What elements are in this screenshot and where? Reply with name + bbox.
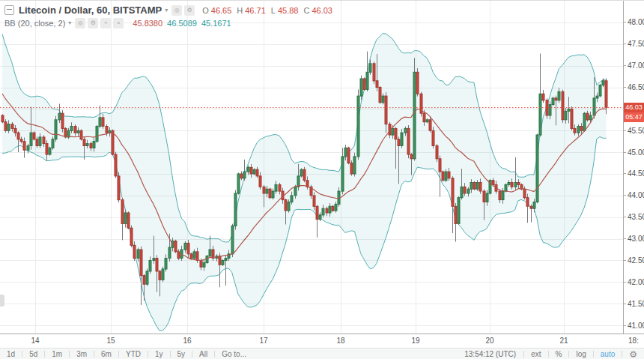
price-tick-label: 43.50 <box>624 213 644 221</box>
collapse-legend-icon[interactable] <box>4 5 14 15</box>
range-button-5y[interactable]: 5y <box>171 350 192 358</box>
price-tick-label: 45.00 <box>624 148 644 157</box>
price-tick-label: 44.00 <box>624 191 644 199</box>
time-tick-label: 18 <box>336 337 344 345</box>
gear-icon[interactable]: ⚙ <box>184 5 195 16</box>
high-value: 46.71 <box>245 6 266 15</box>
eye-icon[interactable]: ◎ <box>75 18 85 28</box>
price-tick-label: 44.50 <box>624 169 644 178</box>
time-tick-label: 21 <box>559 337 568 345</box>
close-label: C <box>303 6 309 15</box>
bollinger-values: 45.8380 46.5089 45.1671 <box>128 19 231 28</box>
open-label: O <box>202 6 209 15</box>
range-button-ytd[interactable]: YTD <box>119 350 148 358</box>
close-icon[interactable]: × <box>113 18 124 28</box>
low-label: L <box>271 6 276 15</box>
open-value: 46.65 <box>211 6 232 15</box>
price-tick-label: 42.50 <box>624 256 644 265</box>
time-tick-label: 19 <box>411 337 419 345</box>
range-button-3m[interactable]: 3m <box>70 350 94 358</box>
bollinger-upper-value: 46.5089 <box>167 19 197 28</box>
low-value: 45.88 <box>278 6 299 15</box>
range-button-1d[interactable]: 1d <box>0 350 22 358</box>
high-label: H <box>237 6 243 15</box>
log-scale-toggle[interactable]: log <box>569 350 592 358</box>
price-tick-label: 41.00 <box>624 322 644 330</box>
price-tick-label: 45.50 <box>624 127 644 135</box>
eye-icon[interactable]: ◎ <box>171 5 182 16</box>
time-tick-label: 20 <box>485 337 493 345</box>
price-axis[interactable]: 46.03 05:47 48.0047.5047.0046.5046.0045.… <box>623 1 644 334</box>
range-button-all[interactable]: All <box>192 350 214 358</box>
range-button-1y[interactable]: 1y <box>148 350 170 358</box>
time-tick-label: 18: <box>628 337 639 345</box>
time-tick-label: 14 <box>31 337 39 345</box>
extended-hours-toggle[interactable]: ext <box>524 350 547 358</box>
symbol-row: Litecoin / Dollar, 60, BITSTAMP ▾ ◎ ⚙ O … <box>4 4 332 16</box>
add-icon[interactable]: + <box>100 18 111 28</box>
chevron-down-icon[interactable]: ▾ <box>68 19 71 26</box>
time-tick-label: 16 <box>183 337 191 345</box>
percent-scale-toggle[interactable]: % <box>549 350 569 358</box>
range-button-1m[interactable]: 1m <box>45 350 69 358</box>
ohlc-readout: O 46.65 H 46.71 L 45.88 C 46.03 <box>202 6 332 15</box>
time-tick-label: 17 <box>259 337 267 345</box>
price-tick-label: 43.00 <box>624 235 644 243</box>
goto-button[interactable]: Go to... <box>215 350 253 358</box>
bottom-toolbar: 1d 5d 1m 3m 6m YTD 1y 5y All Go to... 13… <box>0 348 644 359</box>
price-tick-label: 47.50 <box>624 40 644 48</box>
bar-countdown-badge: 05:47 <box>624 112 644 122</box>
price-chart-canvas[interactable] <box>0 1 623 334</box>
chart-legend: Litecoin / Dollar, 60, BITSTAMP ▾ ◎ ⚙ O … <box>4 4 332 29</box>
chevron-down-icon[interactable]: ▾ <box>165 7 168 13</box>
toolbar-right: 13:54:12 (UTC) ext % log auto ⚙ <box>457 349 644 359</box>
bollinger-lower-value: 45.1671 <box>201 19 231 28</box>
price-tick-label: 47.00 <box>624 61 644 70</box>
range-button-5d[interactable]: 5d <box>22 350 44 358</box>
bollinger-basis-value: 45.8380 <box>133 19 162 28</box>
gear-icon[interactable]: ⚙ <box>88 18 98 28</box>
indicator-row: BB (20, close, 2) ▾ ◎ ⚙ + × 45.8380 46.5… <box>4 16 332 29</box>
time-tick-label: 15 <box>106 337 115 345</box>
last-price-badge: 46.03 <box>624 103 644 112</box>
symbol-title[interactable]: Litecoin / Dollar, 60, BITSTAMP <box>19 4 162 16</box>
time-axis[interactable]: 141516171819202118: <box>0 334 644 348</box>
trading-chart-app: Litecoin / Dollar, 60, BITSTAMP ▾ ◎ ⚙ O … <box>0 0 644 359</box>
indicator-title[interactable]: BB (20, close, 2) <box>4 19 65 28</box>
auto-scale-toggle[interactable]: auto <box>594 350 622 358</box>
settings-gear-icon[interactable]: ⚙ <box>622 349 644 359</box>
price-tick-label: 42.00 <box>624 278 644 286</box>
close-value: 46.03 <box>312 6 332 15</box>
range-button-6m[interactable]: 6m <box>94 350 118 358</box>
price-tick-label: 46.50 <box>624 83 644 91</box>
price-tick-label: 48.00 <box>624 18 644 26</box>
drawing-toolbar-handle[interactable] <box>0 295 4 307</box>
clock-utc: 13:54:12 (UTC) <box>457 350 523 358</box>
price-tick-label: 41.50 <box>624 300 644 308</box>
